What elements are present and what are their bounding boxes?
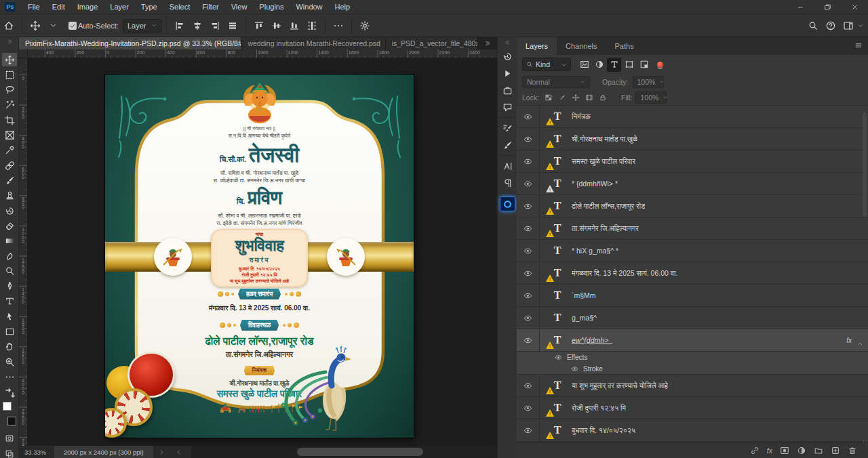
panel-menu-icon[interactable] [854,40,863,52]
document-tab[interactable]: PiximFix-Marathi-Wedding-Invitation-PSD.… [19,37,241,49]
layer-row[interactable]: T!निमंत्रक [517,106,868,128]
layer-visibility-eye-icon[interactable] [517,106,540,127]
type-layer-thumbnail[interactable]: T [551,311,564,325]
fill-field[interactable]: 100% [635,91,667,104]
menu-layer[interactable]: Layer [104,0,135,14]
align-center-h-icon[interactable] [189,17,206,35]
link-icon[interactable] [750,446,760,455]
foreground-color-swatch[interactable] [3,402,12,411]
layer-visibility-eye-icon[interactable] [517,262,540,284]
layer-visibility-eye-icon[interactable] [517,173,540,194]
layer-row[interactable]: T!या शुभ मुहूतार् वर करण्याचे योजिले आहे [517,375,868,397]
menu-select[interactable]: Select [163,0,197,14]
crop-tool[interactable] [2,113,17,127]
scroll-thumb[interactable] [863,115,867,217]
type-layer-thumbnail[interactable]: T [551,289,564,302]
lock-brush-icon[interactable] [556,92,568,104]
layer-row[interactable]: T!समस्त खुळे पाटील परिवार [517,150,868,173]
filter-toggle-icon[interactable] [653,58,667,72]
eraser-tool[interactable] [2,219,17,232]
type-layer-thumbnail[interactable]: T! [551,110,564,123]
type-layer-thumbnail[interactable]: T! [551,154,564,168]
smudge-tool[interactable] [2,249,17,263]
pixel-filter-icon[interactable] [577,58,591,72]
layer-visibility-eye-icon[interactable] [517,375,540,396]
layer-visibility-eye-icon[interactable] [517,150,540,172]
clone-stamp-tool[interactable] [2,189,17,203]
rectangle-tool[interactable] [2,325,17,338]
menu-edit[interactable]: Edit [46,0,71,14]
quick-mask-icon[interactable] [2,432,17,444]
history-panel-icon[interactable] [500,49,515,64]
plugin-panel-icon[interactable] [500,196,515,211]
eyedropper-tool[interactable] [2,144,17,157]
layer-row[interactable]: Tg_ma§^ [517,307,868,329]
type-layer-thumbnail[interactable]: T [551,244,564,257]
object-selection-tool[interactable] [2,98,17,112]
dock-expand-icon[interactable] [498,37,517,47]
blend-mode-dropdown[interactable]: Normal [522,76,590,88]
canvas-document[interactable]: || श्री गणेशाय नमः || स.न.वि.वि आमच्या य… [105,75,414,438]
type-layer-thumbnail[interactable]: T! [551,177,564,190]
background-color-swatch[interactable] [7,417,16,425]
lasso-tool[interactable] [2,83,17,97]
opacity-field[interactable]: 100% [633,76,664,88]
checker-icon[interactable] [542,92,554,104]
swap-colors-icon[interactable] [3,387,16,396]
kind-filter-dropdown[interactable]: Kind [522,58,571,71]
type-tool[interactable] [2,295,17,308]
layer-visibility-eye-icon[interactable] [517,307,540,329]
adjustment-icon[interactable] [797,446,806,455]
type-filter-icon[interactable] [607,58,621,72]
more-options-icon[interactable] [330,17,347,35]
layer-row[interactable]: T!श्री.गोरक्षनाथ मार्तंड पा.खुळे [517,128,868,150]
menu-plugins[interactable]: Plugins [253,0,290,14]
auto-select-target-dropdown[interactable]: Layer [123,19,163,33]
layer-visibility-eye-icon[interactable] [517,128,540,150]
type-layer-thumbnail[interactable]: T! [551,333,564,347]
restore-window-icon[interactable] [814,0,841,14]
fx-icon[interactable]: fx [767,446,772,455]
layer-visibility-eye-icon[interactable] [517,329,540,351]
align-left-icon[interactable] [171,17,189,35]
menu-image[interactable]: Image [71,0,104,14]
brush-tool[interactable] [2,173,17,187]
layer-row[interactable]: T!ता.संगमनेर जि.अहिल्यानगर [517,217,868,240]
menu-type[interactable]: Type [135,0,163,14]
pen-tool[interactable] [2,280,17,293]
menu-window[interactable]: Window [290,0,328,14]
type-layer-thumbnail[interactable]: T! [551,222,564,235]
layer-row[interactable]: T!बुधवार दि. १४/०५/२०२५ [517,419,868,442]
history-brush-tool[interactable] [2,204,17,217]
comments-panel-icon[interactable] [500,100,515,114]
layer-visibility-eye-icon[interactable] [517,285,540,306]
layer-row[interactable]: T!ew^{ddmh>_fx [517,329,868,352]
chevron-down-icon[interactable] [857,22,864,29]
lock-artboard-icon[interactable] [583,92,595,104]
layer-effect-row[interactable]: Effects [517,352,868,363]
canvas-horizontal-scrollbar[interactable] [191,446,497,458]
ruler-origin-corner[interactable] [19,49,28,58]
paragraph-panel-icon[interactable] [500,175,515,190]
type-layer-thumbnail[interactable]: T! [551,132,564,146]
dodge-tool[interactable] [2,264,17,278]
menu-view[interactable]: View [225,0,254,14]
layer-visibility-eye-icon[interactable] [517,419,540,441]
type-layer-thumbnail[interactable]: T! [551,199,564,213]
screen-mode-icon[interactable] [2,448,17,458]
move-tool-preset-icon[interactable] [26,17,44,35]
path-selection-tool[interactable] [2,310,17,323]
effect-visibility-eye-icon[interactable] [571,365,578,373]
group-icon[interactable] [814,446,823,455]
layer-fx-badge[interactable]: fx [846,337,852,344]
layer-row[interactable]: T!रोजी दुपारी १२:४५ मि [517,397,868,419]
type-layer-thumbnail[interactable]: T! [551,379,564,392]
menu-help[interactable]: Help [329,0,357,14]
document-tab[interactable]: wedding invitation Marathi-Recovered.psd [241,37,385,49]
zoom-level-field[interactable]: 33.33% [19,449,54,456]
layer-effect-row[interactable]: Stroke [517,363,868,375]
dist-h-icon[interactable] [224,17,241,35]
lock-move-icon[interactable] [570,92,581,104]
layer-visibility-eye-icon[interactable] [517,397,540,419]
brush-settings-panel-icon[interactable] [500,121,515,136]
